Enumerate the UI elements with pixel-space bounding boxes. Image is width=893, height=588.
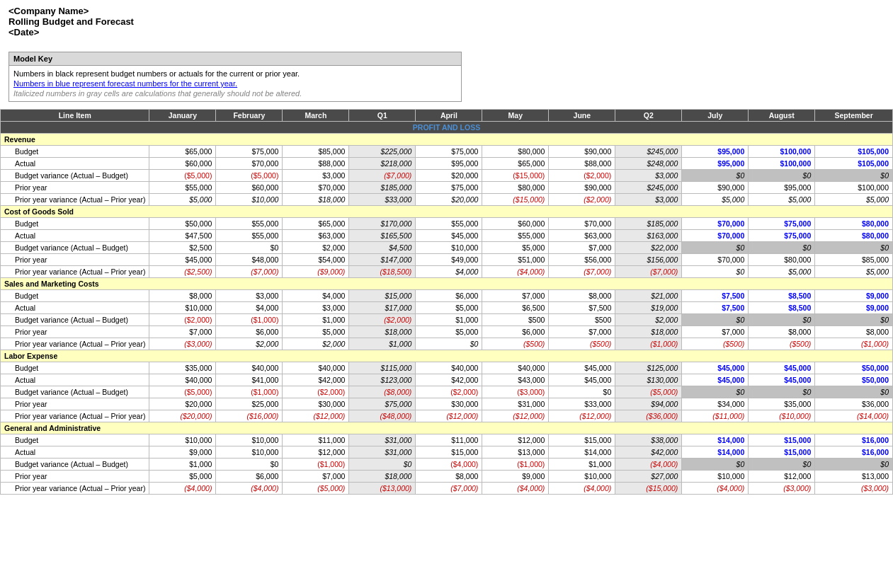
rev-pri-jun: $90,000 <box>549 182 615 194</box>
smc-pvariance-row: Prior year variance (Actual – Prior year… <box>1 338 893 350</box>
col-jan: January <box>149 110 216 122</box>
col-q2: Q2 <box>615 110 682 122</box>
cogs-pvariance-label: Prior year variance (Actual – Prior year… <box>1 266 149 278</box>
rev-pri-q1: $185,000 <box>349 182 416 194</box>
model-key-body: Numbers in black represent budget number… <box>9 66 461 101</box>
smc-bvariance-label: Budget variance (Actual – Budget) <box>1 314 149 326</box>
labor-bvariance-label: Budget variance (Actual – Budget) <box>1 386 149 398</box>
labor-pvariance-label: Prior year variance (Actual – Prior year… <box>1 410 149 422</box>
smc-prior-row: Prior year $7,000 $6,000 $5,000 $18,000 … <box>1 326 893 338</box>
rev-bud-aug: $100,000 <box>749 146 815 158</box>
gna-prior-label: Prior year <box>1 471 149 483</box>
rev-act-aug: $100,000 <box>749 158 815 170</box>
gna-prior-row: Prior year $5,000 $6,000 $7,000 $18,000 … <box>1 471 893 483</box>
col-line-item: Line Item <box>1 110 149 122</box>
cogs-label: Cost of Goods Sold <box>1 206 893 218</box>
model-key-line2: Numbers in blue represent forecast numbe… <box>13 79 457 88</box>
rev-bvar-sep: $0 <box>815 170 893 182</box>
report-date: <Date> <box>8 27 885 38</box>
rev-pvar-q1: $33,000 <box>349 194 416 206</box>
rev-pvar-jul: $5,000 <box>682 194 749 206</box>
rev-act-sep: $105,000 <box>815 158 893 170</box>
labor-prior-row: Prior year $20,000 $25,000 $30,000 $75,0… <box>1 398 893 410</box>
rev-act-jul: $95,000 <box>682 158 749 170</box>
rev-pri-jan: $55,000 <box>149 182 216 194</box>
revenue-prior-label: Prior year <box>1 182 149 194</box>
gna-pvariance-row: Prior year variance (Actual – Prior year… <box>1 483 893 495</box>
pnl-header-row: PROFIT AND LOSS <box>1 122 893 134</box>
cogs-bvariance-label: Budget variance (Actual – Budget) <box>1 242 149 254</box>
rev-bud-feb: $75,000 <box>216 146 283 158</box>
smc-actual-row: Actual $10,000 $4,000 $3,000 $17,000 $5,… <box>1 302 893 314</box>
rev-pri-may: $80,000 <box>482 182 549 194</box>
rev-act-apr: $95,000 <box>416 158 482 170</box>
rev-bvar-may: ($15,000) <box>482 170 549 182</box>
smc-budget-row: Budget $8,000 $3,000 $4,000 $15,000 $6,0… <box>1 290 893 302</box>
model-key-line1: Numbers in black represent budget number… <box>13 69 457 78</box>
model-key-box: Model Key Numbers in black represent bud… <box>8 52 462 102</box>
col-jun: June <box>549 110 615 122</box>
revenue-pvariance-row: Prior year variance (Actual – Prior year… <box>1 194 893 206</box>
rev-pri-aug: $95,000 <box>749 182 815 194</box>
cogs-prior-label: Prior year <box>1 254 149 266</box>
col-apr: April <box>416 110 482 122</box>
revenue-bvariance-row: Budget variance (Actual – Budget) ($5,00… <box>1 170 893 182</box>
rev-pvar-q2: $3,000 <box>615 194 682 206</box>
rev-bud-may: $80,000 <box>482 146 549 158</box>
labor-bvariance-row: Budget variance (Actual – Budget) ($5,00… <box>1 386 893 398</box>
cogs-bvariance-row: Budget variance (Actual – Budget) $2,500… <box>1 242 893 254</box>
rev-act-q2: $248,000 <box>615 158 682 170</box>
cogs-budget-label: Budget <box>1 218 149 230</box>
rev-pri-sep: $100,000 <box>815 182 893 194</box>
cogs-actual-label: Actual <box>1 230 149 242</box>
smc-prior-label: Prior year <box>1 326 149 338</box>
rev-bud-jan: $65,000 <box>149 146 216 158</box>
rev-pri-apr: $75,000 <box>416 182 482 194</box>
rev-bud-q1: $225,000 <box>349 146 416 158</box>
gna-label: General and Administrative <box>1 422 893 434</box>
rev-bvar-aug: $0 <box>749 170 815 182</box>
rev-pri-mar: $70,000 <box>283 182 349 194</box>
column-header-row: Line Item January February March Q1 Apri… <box>1 110 893 122</box>
labor-label: Labor Expense <box>1 350 893 362</box>
smc-actual-label: Actual <box>1 302 149 314</box>
rev-pvar-aug: $5,000 <box>749 194 815 206</box>
rev-bud-mar: $85,000 <box>283 146 349 158</box>
labor-header-row: Labor Expense <box>1 350 893 362</box>
labor-budget-label: Budget <box>1 362 149 374</box>
model-key-line3: Italicized numbers in gray cells are cal… <box>13 89 457 98</box>
labor-actual-row: Actual $40,000 $41,000 $42,000 $123,000 … <box>1 374 893 386</box>
revenue-actual-label: Actual <box>1 158 149 170</box>
cogs-budget-row: Budget $50,000 $55,000 $65,000 $170,000 … <box>1 218 893 230</box>
col-sep: September <box>815 110 893 122</box>
smc-bvariance-row: Budget variance (Actual – Budget) ($2,00… <box>1 314 893 326</box>
col-aug: August <box>749 110 815 122</box>
rev-act-q1: $218,000 <box>349 158 416 170</box>
rev-bvar-q1: ($7,000) <box>349 170 416 182</box>
revenue-prior-row: Prior year $55,000 $60,000 $70,000 $185,… <box>1 182 893 194</box>
rev-act-jan: $60,000 <box>149 158 216 170</box>
revenue-label: Revenue <box>1 134 893 146</box>
gna-actual-row: Actual $9,000 $10,000 $12,000 $31,000 $1… <box>1 446 893 459</box>
gna-actual-label: Actual <box>1 446 149 459</box>
labor-budget-row: Budget $35,000 $40,000 $40,000 $115,000 … <box>1 362 893 374</box>
smc-header-row: Sales and Marketing Costs <box>1 278 893 290</box>
rev-pri-feb: $60,000 <box>216 182 283 194</box>
rev-act-feb: $70,000 <box>216 158 283 170</box>
rev-bud-apr: $75,000 <box>416 146 482 158</box>
rev-pvar-jun: ($2,000) <box>549 194 615 206</box>
revenue-actual-row: Actual $60,000 $70,000 $88,000 $218,000 … <box>1 158 893 170</box>
rev-pvar-apr: $20,000 <box>416 194 482 206</box>
col-q1: Q1 <box>349 110 416 122</box>
rev-bvar-jun: ($2,000) <box>549 170 615 182</box>
col-jul: July <box>682 110 749 122</box>
rev-bud-jul: $95,000 <box>682 146 749 158</box>
rev-pri-jul: $90,000 <box>682 182 749 194</box>
rev-act-jun: $88,000 <box>549 158 615 170</box>
rev-pvar-feb: $10,000 <box>216 194 283 206</box>
spreadsheet: Line Item January February March Q1 Apri… <box>0 109 893 495</box>
rev-bud-sep: $105,000 <box>815 146 893 158</box>
gna-bvariance-row: Budget variance (Actual – Budget) $1,000… <box>1 459 893 471</box>
smc-budget-label: Budget <box>1 290 149 302</box>
revenue-budget-row: Budget $65,000 $75,000 $85,000 $225,000 … <box>1 146 893 158</box>
